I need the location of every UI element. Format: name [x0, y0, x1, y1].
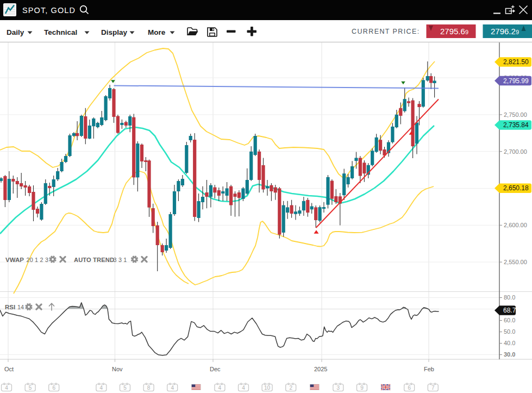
svg-text:50.0: 50.0 [504, 328, 515, 335]
svg-text:2795.69: 2795.69 [440, 27, 468, 36]
svg-text:2,750.00: 2,750.00 [504, 111, 527, 118]
svg-text:2,550.00: 2,550.00 [504, 259, 527, 265]
svg-text:VWAP: VWAP [5, 257, 24, 263]
svg-text:Technical: Technical [44, 28, 77, 36]
svg-text:20 1 2 3: 20 1 2 3 [27, 257, 49, 263]
svg-text:RSI: RSI [5, 304, 15, 310]
svg-text:3: 3 [337, 385, 340, 391]
svg-text:Oct: Oct [4, 366, 14, 372]
svg-text:30.0: 30.0 [504, 351, 515, 358]
svg-text:2: 2 [289, 385, 292, 391]
svg-text:5: 5 [123, 385, 127, 391]
svg-text:2,650.18: 2,650.18 [503, 184, 529, 192]
svg-text:4: 4 [5, 385, 8, 391]
svg-text:2,795.99: 2,795.99 [503, 77, 529, 85]
svg-text:10: 10 [264, 385, 271, 391]
svg-text:6: 6 [52, 385, 55, 391]
svg-text:Display: Display [101, 28, 128, 36]
svg-text:2,735.84: 2,735.84 [503, 121, 529, 129]
svg-text:7: 7 [431, 385, 435, 391]
svg-text:4: 4 [242, 385, 245, 391]
svg-text:Nov: Nov [112, 366, 123, 372]
svg-text:40.0: 40.0 [504, 340, 515, 346]
svg-text:Daily: Daily [7, 28, 24, 36]
svg-text:4: 4 [218, 385, 222, 391]
svg-text:2025: 2025 [314, 366, 327, 372]
svg-text:Feb: Feb [424, 366, 434, 372]
svg-text:SPOT, GOLD: SPOT, GOLD [22, 6, 76, 15]
svg-text:2796.29: 2796.29 [491, 27, 519, 36]
svg-text:8: 8 [147, 385, 151, 391]
svg-text:Dec: Dec [210, 366, 221, 372]
svg-text:80.0: 80.0 [504, 294, 515, 301]
svg-text:9: 9 [360, 385, 364, 391]
svg-text:68.7: 68.7 [503, 307, 516, 314]
svg-text:4: 4 [100, 385, 103, 391]
svg-text:2,600.00: 2,600.00 [504, 222, 527, 228]
svg-text:5: 5 [29, 385, 32, 391]
svg-text:AUTO TREND: AUTO TREND [74, 257, 114, 263]
svg-text:2,700.00: 2,700.00 [504, 148, 527, 155]
svg-text:3 3 1: 3 3 1 [114, 257, 127, 263]
svg-text:14: 14 [17, 304, 24, 310]
svg-text:4: 4 [171, 385, 174, 391]
svg-text:More: More [148, 28, 166, 36]
svg-text:6: 6 [408, 385, 411, 391]
svg-text:60.0: 60.0 [504, 317, 515, 323]
svg-text:CURRENT PRICE:: CURRENT PRICE: [352, 28, 420, 35]
svg-text:2,821.50: 2,821.50 [503, 58, 529, 66]
